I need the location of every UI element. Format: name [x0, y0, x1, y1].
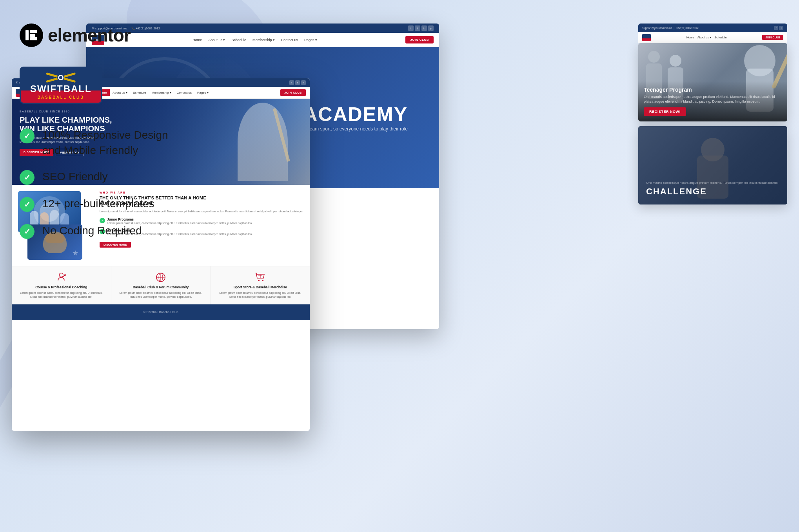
teenager-card-image: Teenager Program Orci mauris scelerisque… — [638, 43, 787, 121]
back-nav-contact: Contact us — [281, 38, 298, 42]
social-fb: f — [289, 80, 294, 85]
feature-text-4: No Coding Required — [42, 223, 142, 238]
back-academy-title: ACADEMY — [297, 103, 408, 126]
svg-rect-3 — [25, 30, 29, 40]
feature-text-2: SEO Friendly — [42, 169, 108, 184]
social-in: in — [301, 80, 306, 85]
rp-join-club-btn[interactable]: JOIN CLUB — [762, 35, 783, 40]
store-icon — [255, 272, 266, 283]
challenge-card: Orci mauris scelerisque nostra augue pre… — [638, 126, 787, 204]
teenager-card-title: Teenager Program — [644, 87, 782, 93]
svg-point-20 — [262, 280, 263, 281]
teenager-card-desc: Orci mauris scelerisque nostra augue pre… — [644, 94, 782, 104]
teenager-card-overlay: Teenager Program Orci mauris scelerisque… — [638, 81, 787, 121]
back-nav-membership: Membership ▾ — [252, 38, 275, 42]
back-join-club-btn[interactable]: JOIN CLUB — [405, 36, 434, 43]
service-3-desc: Lorem ipsum dolor sit amet, consectetur … — [215, 291, 305, 299]
challenge-desc: Orci mauris scelerisque nostra augue pre… — [646, 181, 779, 185]
feature-text-1: 100% Responsive Designand Mobile Friendl… — [42, 127, 168, 158]
challenge-overlay: Orci mauris scelerisque nostra augue pre… — [638, 126, 787, 204]
back-nav-schedule: Schedule — [231, 38, 246, 42]
challenge-title: CHALLENGE — [646, 186, 779, 197]
rp-social-t: t — [779, 26, 783, 30]
right-panel: support@yourdomain.nz | +62(21)3002-2012… — [638, 24, 787, 204]
feature-item-3: 12+ pre-built templates — [20, 196, 176, 212]
front-nav-pages: Pages ▾ — [194, 91, 211, 94]
check-icon-4 — [20, 224, 35, 239]
service-3-title: Sport Store & Baseball Merchdise — [215, 285, 305, 289]
svg-rect-5 — [30, 34, 35, 37]
swiftball-name: SWIFTBALL — [30, 84, 92, 94]
feature-item-4: No Coding Required — [20, 223, 176, 239]
feature-text-3: 12+ pre-built templates — [42, 196, 154, 211]
swiftball-logo: SWIFTBALL BASEBALL CLUB — [20, 67, 176, 104]
check-icon-3 — [20, 197, 35, 212]
rp-social-f: f — [774, 26, 778, 30]
front-join-btn[interactable]: JOIN CLUB — [280, 89, 306, 96]
service-card-3: Sport Store & Baseball Merchdise Lorem i… — [211, 266, 310, 304]
swiftball-sub: BASEBALL CLUB — [35, 94, 87, 100]
svg-point-19 — [258, 280, 260, 281]
check-icon-2 — [20, 170, 35, 185]
feature-item-1: 100% Responsive Designand Mobile Friendl… — [20, 127, 176, 158]
social-tw: t — [295, 80, 300, 85]
back-nav-pages: Pages ▾ — [304, 38, 317, 42]
elementor-icon — [20, 24, 43, 47]
left-panel: elementor SWIFTBALL BASEBALL CLUB 100% R… — [0, 0, 196, 532]
elementor-logo: elementor — [20, 24, 176, 47]
back-nav-about: About us ▾ — [208, 38, 225, 42]
features-list: 100% Responsive Designand Mobile Friendl… — [20, 127, 176, 239]
teenager-register-btn[interactable]: REGISTER NOW! — [644, 107, 686, 116]
teenager-program-card: Teenager Program Orci mauris scelerisque… — [638, 43, 787, 121]
elementor-wordmark: elementor — [48, 25, 131, 46]
svg-rect-4 — [30, 30, 37, 33]
check-icon-1 — [20, 128, 35, 143]
svg-rect-6 — [30, 37, 37, 40]
svg-point-10 — [59, 76, 62, 79]
back-academy-subtitle: It's a team sport, so everyone needs to … — [297, 126, 408, 132]
feature-item-2: SEO Friendly — [20, 169, 176, 185]
